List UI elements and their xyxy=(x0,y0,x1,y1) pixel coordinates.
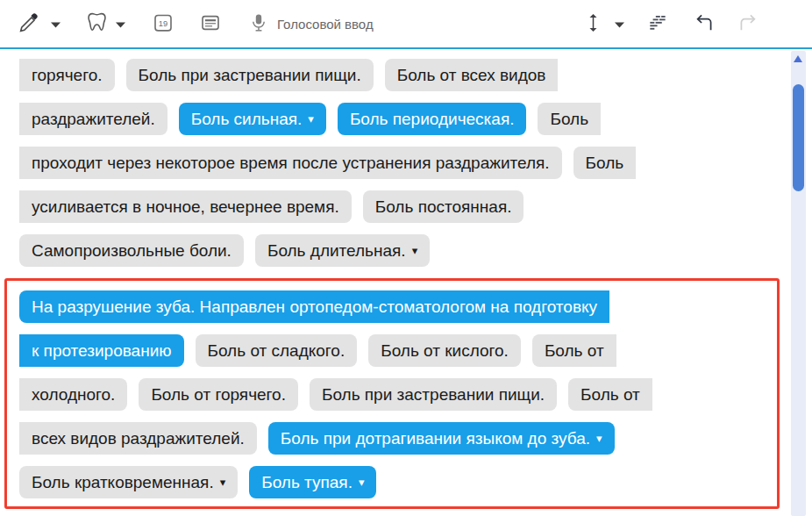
chip-row: холодного.Боль от горячего.Боль при заст… xyxy=(19,378,777,411)
phrase-chip[interactable]: Боль от xyxy=(568,378,652,411)
phrase-chip-label: проходит через некоторое время после уст… xyxy=(32,154,550,173)
phrase-chip-label: к протезированию xyxy=(32,341,172,361)
chip-row: горячего.Боль при застревании пищи.Боль … xyxy=(19,59,780,91)
chevron-down-icon xyxy=(615,18,624,31)
text-fragments-icon xyxy=(645,11,670,37)
phrase-chip-selected[interactable]: Боль тупая.▾ xyxy=(249,466,376,498)
svg-text:19: 19 xyxy=(159,18,167,27)
note-button[interactable] xyxy=(199,11,222,37)
chip-row: На разрушение зуба. Направлен ортопедом-… xyxy=(19,290,777,323)
microphone-icon xyxy=(248,11,269,37)
tooth-button[interactable] xyxy=(85,11,109,37)
line-spacing-dropdown[interactable] xyxy=(615,18,624,31)
phrase-chip-label: Боль xyxy=(586,154,624,173)
phrase-chip-label: усиливается в ночное, вечернее время. xyxy=(32,197,339,217)
phrase-chip-label: Боль периодическая. xyxy=(350,110,515,129)
chip-row: усиливается в ночное, вечернее время.Бол… xyxy=(19,190,780,223)
undo-button[interactable] xyxy=(693,11,716,37)
phrase-chip-selected[interactable]: Боль сильная.▾ xyxy=(179,103,326,135)
phrase-chip-label: горячего. xyxy=(32,66,103,85)
redo-button[interactable] xyxy=(737,11,759,37)
phrase-chip-label: Боль при дотрагивании языком до зуба. xyxy=(281,429,590,448)
phrase-chip-label: Боль от xyxy=(545,341,604,361)
chip-row: Самопроизвольные боли.Боль длительная.▾ xyxy=(19,234,780,267)
phrase-chip-label: раздражителей. xyxy=(32,110,155,129)
phrase-chip-label: Боль при застревании пищи. xyxy=(139,66,361,85)
eyedropper-icon xyxy=(18,11,40,37)
chevron-down-icon: ▾ xyxy=(412,245,418,256)
highlighted-phrase-group[interactable]: На разрушение зуба. Направлен ортопедом-… xyxy=(4,278,780,509)
phrase-chip-label: Боль от горячего. xyxy=(151,385,286,405)
phrase-chip-label: Боль от всех видов xyxy=(397,66,546,85)
phrase-chip[interactable]: проходит через некоторое время после уст… xyxy=(19,147,562,179)
phrase-chip-label: Боль длительная. xyxy=(267,241,406,261)
phrase-chip-label: На разрушение зуба. Направлен ортопедом-… xyxy=(32,297,597,317)
chevron-down-icon: ▾ xyxy=(596,433,602,444)
phrase-chip-label: Боль от сладкого. xyxy=(208,341,345,361)
phrase-chip[interactable]: раздражителей. xyxy=(19,103,167,135)
phrase-chip-label: Боль от кислого. xyxy=(381,341,509,361)
phrase-chip[interactable]: горячего. xyxy=(19,59,115,91)
phrase-chip-selected[interactable]: к протезированию xyxy=(19,334,184,367)
phrase-chip[interactable]: Боль xyxy=(573,147,637,179)
phrase-chip[interactable]: Боль при застревании пищи. xyxy=(310,378,557,411)
phrase-chip[interactable]: Боль от сладкого. xyxy=(196,334,358,367)
phrase-chip-selected[interactable]: Боль при дотрагивании языком до зуба.▾ xyxy=(268,422,615,455)
vertical-scrollbar[interactable] xyxy=(791,51,806,516)
phrase-chip[interactable]: Боль при застревании пищи. xyxy=(126,59,374,91)
phrase-chip[interactable]: Боль от кислого. xyxy=(368,334,521,367)
color-picker-dropdown[interactable] xyxy=(51,18,61,31)
toolbar: 19 Голосовой ввод xyxy=(0,0,812,49)
chevron-down-icon xyxy=(51,18,61,31)
chip-row: раздражителей.Боль сильная.▾Боль периоди… xyxy=(19,103,780,135)
chip-row: всех видов раздражителей.Боль при дотраг… xyxy=(19,422,777,455)
calendar-icon: 19 xyxy=(152,11,175,37)
phrase-chip[interactable]: Боль длительная.▾ xyxy=(255,234,430,267)
phrase-chip-label: Самопроизвольные боли. xyxy=(32,241,231,261)
chevron-down-icon: ▾ xyxy=(308,113,314,125)
phrase-rows: горячего.Боль при застревании пищи.Боль … xyxy=(19,59,780,267)
undo-icon xyxy=(693,11,716,37)
chip-row: проходит через некоторое время после уст… xyxy=(19,147,780,179)
phrase-chip-label: всех видов раздражителей. xyxy=(32,429,245,448)
color-picker-button[interactable] xyxy=(18,11,40,37)
phrase-chip-selected[interactable]: Боль периодическая. xyxy=(338,103,527,135)
phrase-chip-label: Боль кратковременная. xyxy=(32,473,214,492)
voice-input-button[interactable]: Голосовой ввод xyxy=(248,11,374,37)
chevron-down-icon xyxy=(116,18,125,31)
chip-row: Боль кратковременная.▾Боль тупая.▾ xyxy=(19,466,777,498)
redo-icon xyxy=(737,11,759,37)
phrase-chip-label: холодного. xyxy=(32,385,115,405)
phrase-chip[interactable]: Боль от всех видов xyxy=(385,59,559,91)
phrase-chip[interactable]: Боль постоянная. xyxy=(363,190,524,223)
chip-row: к протезированиюБоль от сладкого.Боль от… xyxy=(19,334,777,367)
scrollbar-thumb[interactable] xyxy=(793,84,804,191)
voice-input-label: Голосовой ввод xyxy=(277,17,374,32)
calendar-button[interactable]: 19 xyxy=(152,11,175,37)
phrase-chip-selected[interactable]: На разрушение зуба. Направлен ортопедом-… xyxy=(19,290,609,323)
tooth-dropdown[interactable] xyxy=(116,18,125,31)
phrase-chip[interactable]: Боль от горячего. xyxy=(139,378,298,411)
phrase-chip[interactable]: Боль от xyxy=(532,334,616,367)
vertical-arrows-icon xyxy=(587,11,600,37)
phrase-chip-label: Боль при застревании пищи. xyxy=(322,385,545,405)
scroll-up-arrow-icon[interactable] xyxy=(794,55,802,62)
phrase-chip-label: Боль xyxy=(550,110,588,129)
phrase-chip[interactable]: Самопроизвольные боли. xyxy=(19,234,244,267)
text-fragments-button[interactable] xyxy=(645,11,670,37)
line-spacing-button[interactable] xyxy=(587,11,600,37)
chevron-down-icon: ▾ xyxy=(220,477,226,488)
phrase-chip-label: Боль тупая. xyxy=(261,473,353,492)
phrase-chip[interactable]: Боль кратковременная.▾ xyxy=(19,466,238,498)
phrase-chip-label: Боль от xyxy=(581,385,640,405)
note-icon xyxy=(199,11,222,37)
chevron-down-icon: ▾ xyxy=(359,477,365,488)
phrase-chip[interactable]: холодного. xyxy=(19,378,127,411)
phrase-chip[interactable]: Боль xyxy=(538,103,601,135)
phrase-chip-label: Боль сильная. xyxy=(191,110,303,129)
phrase-chip-label: Боль постоянная. xyxy=(375,197,512,217)
tooth-icon xyxy=(85,11,109,37)
phrase-chip[interactable]: всех видов раздражителей. xyxy=(19,422,257,455)
phrase-chip[interactable]: усиливается в ночное, вечернее время. xyxy=(19,190,352,223)
phrase-editor: горячего.Боль при застревании пищи.Боль … xyxy=(0,49,812,509)
